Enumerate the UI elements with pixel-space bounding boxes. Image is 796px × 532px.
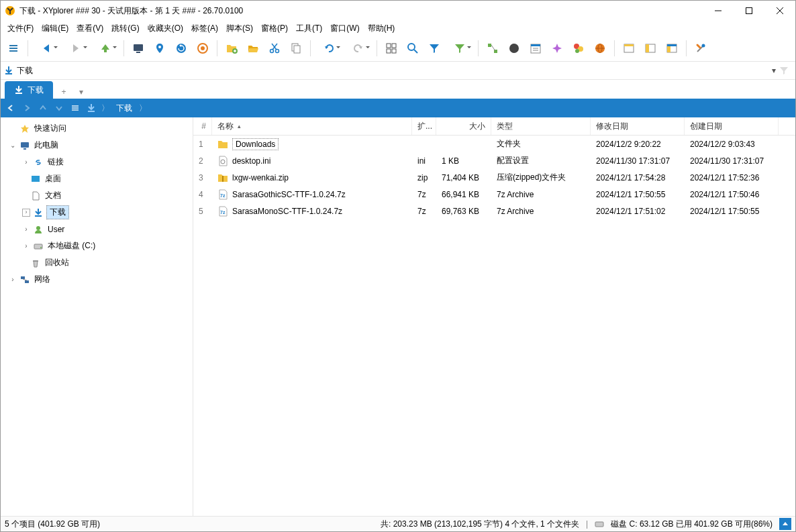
new-folder-icon[interactable] bbox=[221, 38, 242, 58]
breadcrumb-downloads[interactable]: 下载 bbox=[113, 103, 135, 114]
filter-icon[interactable] bbox=[424, 38, 444, 58]
calendar-icon[interactable] bbox=[526, 38, 546, 58]
pane2-icon[interactable] bbox=[640, 38, 660, 58]
menu-tools[interactable]: 工具(T) bbox=[292, 21, 326, 36]
shapes-icon[interactable] bbox=[568, 38, 589, 58]
tree-downloads[interactable]: › 下载 bbox=[1, 204, 193, 221]
chevron-right-icon[interactable]: › bbox=[22, 158, 30, 166]
hamburger-icon[interactable] bbox=[3, 38, 23, 58]
col-ext[interactable]: 扩... bbox=[412, 117, 436, 135]
tree-recycle[interactable]: 回收站 bbox=[1, 254, 193, 271]
list-item[interactable]: 2desktop.iniini1 KB配置设置2024/11/30 17:31:… bbox=[193, 152, 795, 169]
menu-tags[interactable]: 标签(A) bbox=[187, 21, 222, 36]
svg-rect-54 bbox=[23, 148, 26, 150]
crumb-forward-icon[interactable] bbox=[21, 102, 33, 114]
menu-file[interactable]: 文件(F) bbox=[3, 21, 38, 36]
col-modified[interactable]: 修改日期 bbox=[591, 117, 685, 135]
grid-icon[interactable] bbox=[381, 38, 401, 58]
close-button[interactable] bbox=[764, 1, 795, 21]
menu-panes[interactable]: 窗格(P) bbox=[257, 21, 292, 36]
svg-line-63 bbox=[23, 279, 27, 280]
crumb-menu-icon[interactable] bbox=[69, 102, 81, 114]
chevron-down-icon[interactable]: ⌄ bbox=[9, 142, 17, 150]
open-folder-icon[interactable] bbox=[243, 38, 263, 58]
address-dropdown-icon[interactable]: ▾ bbox=[768, 66, 779, 75]
crumb-download-icon[interactable] bbox=[85, 102, 97, 114]
pane3-icon[interactable] bbox=[662, 38, 682, 58]
tree-this-pc[interactable]: ⌄ 此电脑 bbox=[1, 137, 193, 154]
col-created[interactable]: 创建日期 bbox=[685, 117, 779, 135]
tab-downloads[interactable]: 下载 bbox=[5, 81, 53, 99]
statusbar: 5 个项目 (401.92 GB 可用) 共: 203.23 MB (213,1… bbox=[1, 516, 795, 531]
forward-button[interactable] bbox=[62, 38, 90, 58]
expand-icon[interactable]: › bbox=[22, 209, 30, 217]
menu-help[interactable]: 帮助(H) bbox=[364, 21, 399, 36]
ball-icon[interactable] bbox=[590, 38, 610, 58]
menu-scripting[interactable]: 脚本(S) bbox=[222, 21, 257, 36]
addressbar[interactable]: 下载 ▾ bbox=[1, 62, 795, 80]
breadcrumb-bar: 〉 下载 〉 bbox=[1, 99, 795, 117]
svg-rect-44 bbox=[667, 44, 677, 46]
cut-icon[interactable] bbox=[264, 38, 285, 58]
dark-circle-icon[interactable] bbox=[504, 38, 524, 58]
tab-add-button[interactable]: + bbox=[57, 85, 70, 99]
svg-point-10 bbox=[158, 46, 161, 48]
chevron-right-icon: 〉 bbox=[101, 103, 109, 114]
tree-network[interactable]: › 网络 bbox=[1, 271, 193, 288]
settings-icon[interactable] bbox=[691, 38, 711, 58]
col-size[interactable]: 大小 bbox=[436, 117, 491, 135]
svg-text:7z: 7z bbox=[220, 210, 226, 215]
menu-favorites[interactable]: 收藏夹(O) bbox=[144, 21, 187, 36]
refresh-icon[interactable] bbox=[171, 38, 191, 58]
tree-quick-access[interactable]: 快速访问 bbox=[1, 120, 193, 137]
tree-links[interactable]: › 链接 bbox=[1, 154, 193, 170]
crumb-back-icon[interactable] bbox=[5, 102, 17, 114]
chevron-right-icon[interactable]: › bbox=[9, 276, 17, 284]
chevron-right-icon[interactable]: › bbox=[22, 225, 30, 233]
copy-icon[interactable] bbox=[286, 38, 306, 58]
tree-desktop[interactable]: 桌面 bbox=[1, 170, 193, 187]
file-list: # 名称▴ 扩... 大小 类型 修改日期 创建日期 1Downloads文件夹… bbox=[193, 117, 795, 516]
location-icon[interactable] bbox=[150, 38, 170, 58]
scroll-top-button[interactable] bbox=[779, 518, 791, 530]
tree-documents[interactable]: 文档 bbox=[1, 187, 193, 204]
address-filter-icon[interactable] bbox=[779, 66, 793, 75]
back-button[interactable] bbox=[32, 38, 60, 58]
tree-disk-c[interactable]: › 本地磁盘 (C:) bbox=[1, 237, 193, 254]
menu-window[interactable]: 窗口(W) bbox=[326, 21, 363, 36]
list-item[interactable]: 1Downloads文件夹2024/12/2 9:20:222024/12/2 … bbox=[193, 136, 795, 152]
col-number[interactable]: # bbox=[193, 117, 212, 135]
menu-goto[interactable]: 跳转(G) bbox=[107, 21, 143, 36]
tree-user[interactable]: › User bbox=[1, 221, 193, 237]
file-rows[interactable]: 1Downloads文件夹2024/12/2 9:20:222024/12/2 … bbox=[193, 136, 795, 516]
recycle-icon bbox=[30, 258, 41, 268]
maximize-button[interactable] bbox=[734, 1, 764, 21]
sparkle-icon[interactable] bbox=[547, 38, 567, 58]
minimize-button[interactable] bbox=[703, 1, 734, 21]
col-name[interactable]: 名称▴ bbox=[212, 117, 412, 135]
list-item[interactable]: 57zSarasaMonoSC-TTF-1.0.24.7z7z69,763 KB… bbox=[193, 203, 795, 219]
monitor-icon[interactable] bbox=[128, 38, 148, 58]
connect-icon[interactable] bbox=[483, 38, 503, 58]
window-title: 下载 - XYplorer ### 30 - 天试用版本 - 第 1 天 ###… bbox=[19, 5, 703, 17]
crumb-down-icon[interactable] bbox=[53, 102, 65, 114]
crumb-up-icon[interactable] bbox=[37, 102, 49, 114]
list-item[interactable]: 47zSarasaGothicSC-TTF-1.0.24.7z7z66,941 … bbox=[193, 186, 795, 203]
menu-view[interactable]: 查看(V) bbox=[72, 21, 107, 36]
undo-button[interactable] bbox=[315, 38, 343, 58]
svg-rect-40 bbox=[624, 44, 634, 46]
chevron-right-icon[interactable]: › bbox=[22, 242, 30, 250]
tab-menu-button[interactable]: ▾ bbox=[74, 85, 88, 99]
folder-tree[interactable]: 快速访问 ⌄ 此电脑 › 链接 桌面 文档 › bbox=[1, 117, 193, 516]
svg-rect-22 bbox=[392, 44, 396, 48]
list-item[interactable]: 3lxgw-wenkai.zipzip71,404 KB压缩(zipped)文件… bbox=[193, 169, 795, 186]
search-icon[interactable] bbox=[403, 38, 423, 58]
redo-button[interactable] bbox=[344, 38, 372, 58]
up-button[interactable] bbox=[91, 38, 119, 58]
monitor-icon bbox=[19, 140, 30, 151]
menu-edit[interactable]: 编辑(E) bbox=[38, 21, 72, 36]
filter-green-icon[interactable] bbox=[446, 38, 474, 58]
col-type[interactable]: 类型 bbox=[491, 117, 591, 135]
pane1-icon[interactable] bbox=[619, 38, 639, 58]
target-icon[interactable] bbox=[193, 38, 213, 58]
